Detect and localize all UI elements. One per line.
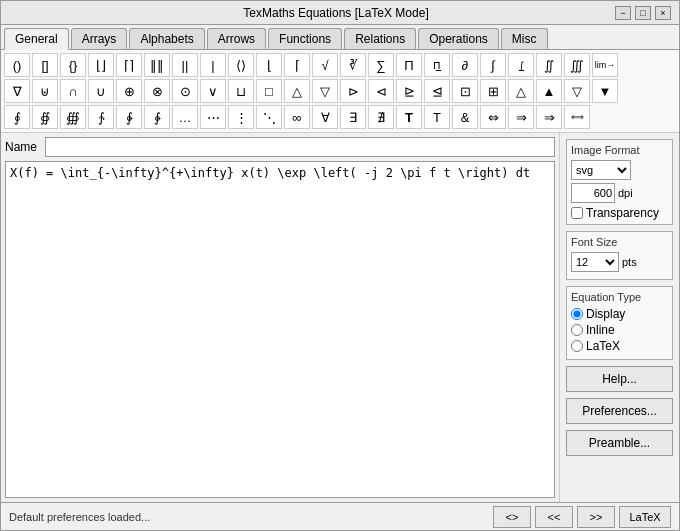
sym-lceil[interactable]: ⌈ (284, 53, 310, 77)
sym-odot[interactable]: ⊙ (172, 79, 198, 103)
sym-cup[interactable]: ∪ (88, 79, 114, 103)
sym-ointcw[interactable]: ∲ (116, 105, 142, 129)
sym-ointccw[interactable]: ∳ (144, 105, 170, 129)
sym-rhdbar[interactable]: ⊵ (396, 79, 422, 103)
sym-lim[interactable]: lim→ (592, 53, 618, 77)
sym-int[interactable]: ∫ (480, 53, 506, 77)
sym-oiiint[interactable]: ∰ (60, 105, 86, 129)
formula-area[interactable]: X(f) = \int_{-\infty}^{+\infty} x(t) \ex… (5, 161, 555, 498)
format-row: svg png pdf (571, 160, 668, 180)
sym-ampersand[interactable]: & (452, 105, 478, 129)
sym-implies[interactable]: ⇒ (508, 105, 534, 129)
sym-top[interactable]: T (396, 105, 422, 129)
sym-otimes[interactable]: ⊗ (144, 79, 170, 103)
sym-exists[interactable]: ∃ (340, 105, 366, 129)
tab-misc[interactable]: Misc (501, 28, 548, 49)
transparency-checkbox[interactable] (571, 207, 583, 219)
sym-lhd[interactable]: ⊲ (368, 79, 394, 103)
sym-oiint[interactable]: ∯ (32, 105, 58, 129)
maximize-button[interactable]: □ (635, 6, 651, 20)
sym-iint[interactable]: ∬ (536, 53, 562, 77)
close-button[interactable]: × (655, 6, 671, 20)
sym-ldots[interactable]: … (172, 105, 198, 129)
tab-arrays[interactable]: Arrays (71, 28, 128, 49)
sym-longleftrightarrow[interactable]: ⟺ (564, 105, 590, 129)
radio-latex-input[interactable] (571, 340, 583, 352)
sym-paren[interactable]: () (4, 53, 30, 77)
sym-partial[interactable]: ∂ (452, 53, 478, 77)
sym-blacktridown[interactable]: ▼ (592, 79, 618, 103)
font-size-select[interactable]: 12 10 14 (571, 252, 619, 272)
forward-button[interactable]: >> (577, 506, 615, 528)
sym-oint[interactable]: ∮ (4, 105, 30, 129)
sym-bracket[interactable]: [] (32, 53, 58, 77)
preamble-button[interactable]: Preamble... (566, 430, 673, 456)
sym-floor[interactable]: ⌊⌋ (88, 53, 114, 77)
sym-forall[interactable]: ∀ (312, 105, 338, 129)
tab-operations[interactable]: Operations (418, 28, 499, 49)
sym-nabla[interactable]: ∇ (4, 79, 30, 103)
insert-button[interactable]: <> (493, 506, 531, 528)
transparency-row: Transparency (571, 206, 668, 220)
sym-ddots[interactable]: ⋱ (256, 105, 282, 129)
back-button[interactable]: << (535, 506, 573, 528)
sym-cdots[interactable]: ⋯ (200, 105, 226, 129)
equation-type-title: Equation Type (571, 291, 668, 303)
sym-implies2[interactable]: ⇒ (536, 105, 562, 129)
radio-display-input[interactable] (571, 308, 583, 320)
sym-vert[interactable]: | (200, 53, 226, 77)
status-text: Default preferences loaded... (9, 511, 150, 523)
sym-cap[interactable]: ∩ (60, 79, 86, 103)
sym-norm[interactable]: ‖‖ (144, 53, 170, 77)
dpi-input[interactable] (571, 183, 615, 203)
sym-cbrt[interactable]: ∛ (340, 53, 366, 77)
tab-general[interactable]: General (4, 28, 69, 50)
radio-inline-input[interactable] (571, 324, 583, 336)
format-select[interactable]: svg png pdf (571, 160, 631, 180)
symbol-grid: () [] {} ⌊⌋ ⌈⌉ ‖‖ || | ⟨⟩ ⌊ ⌈ √ ∛ ∑ Π Π̲… (1, 50, 679, 133)
pts-label: pts (622, 256, 637, 268)
sym-ceil[interactable]: ⌈⌉ (116, 53, 142, 77)
sym-rhd[interactable]: ⊳ (340, 79, 366, 103)
preferences-button[interactable]: Preferences... (566, 398, 673, 424)
help-button[interactable]: Help... (566, 366, 673, 392)
tab-alphabets[interactable]: Alphabets (129, 28, 204, 49)
sym-blacktriup[interactable]: ▲ (536, 79, 562, 103)
sym-triangle-up[interactable]: △ (284, 79, 310, 103)
tab-relations[interactable]: Relations (344, 28, 416, 49)
sym-vdots[interactable]: ⋮ (228, 105, 254, 129)
sym-iiint[interactable]: ∭ (564, 53, 590, 77)
tab-functions[interactable]: Functions (268, 28, 342, 49)
sym-intclockwise[interactable]: ∱ (88, 105, 114, 129)
sym-bigtriangledown[interactable]: ▽ (564, 79, 590, 103)
sym-infty[interactable]: ∞ (284, 105, 310, 129)
sym-triangle-down[interactable]: ▽ (312, 79, 338, 103)
sym-bigprod[interactable]: Π̲ (424, 53, 450, 77)
sym-square[interactable]: □ (256, 79, 282, 103)
sym-sqrt[interactable]: √ (312, 53, 338, 77)
sym-bot[interactable]: T (424, 105, 450, 129)
sym-uplus[interactable]: ⊎ (32, 79, 58, 103)
name-input[interactable] (45, 137, 555, 157)
right-panel: Image Format svg png pdf dpi Transparenc… (559, 133, 679, 502)
sym-prod[interactable]: Π (396, 53, 422, 77)
sym-abs[interactable]: || (172, 53, 198, 77)
sym-vee[interactable]: ∨ (200, 79, 226, 103)
sym-oplus[interactable]: ⊕ (116, 79, 142, 103)
latex-button[interactable]: LaTeX (619, 506, 671, 528)
sym-sqcup[interactable]: ⊔ (228, 79, 254, 103)
sym-sqbox[interactable]: ⊡ (452, 79, 478, 103)
sym-sum[interactable]: ∑ (368, 53, 394, 77)
sym-nexists[interactable]: ∄ (368, 105, 394, 129)
sym-iff[interactable]: ⇔ (480, 105, 506, 129)
sym-brace[interactable]: {} (60, 53, 86, 77)
tab-arrows[interactable]: Arrows (207, 28, 266, 49)
sym-boxplus[interactable]: ⊞ (480, 79, 506, 103)
sym-lfloor[interactable]: ⌊ (256, 53, 282, 77)
sym-int2[interactable]: ∫̲ (508, 53, 534, 77)
sym-lhdbar[interactable]: ⊴ (424, 79, 450, 103)
font-size-section: Font Size 12 10 14 pts (566, 231, 673, 280)
minimize-button[interactable]: − (615, 6, 631, 20)
sym-bigtriangleup[interactable]: △ (508, 79, 534, 103)
sym-angle[interactable]: ⟨⟩ (228, 53, 254, 77)
